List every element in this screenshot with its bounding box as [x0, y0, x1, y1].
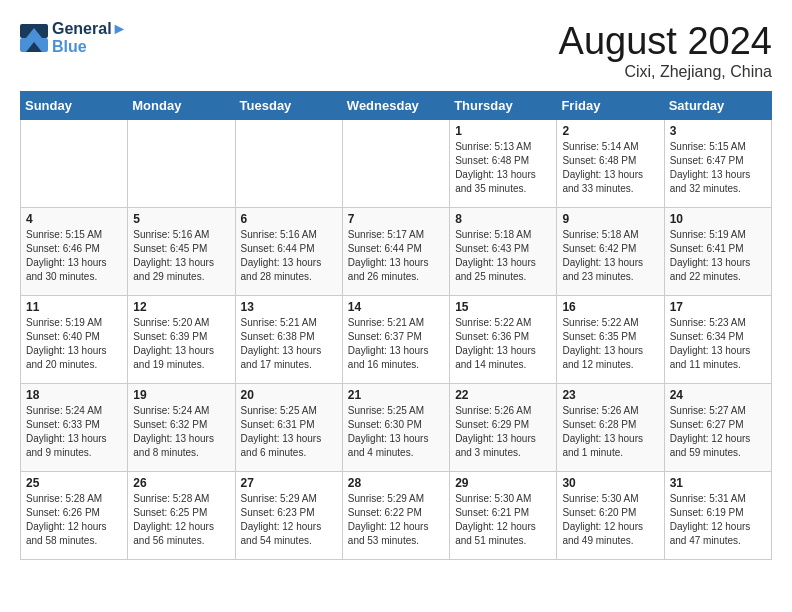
calendar-cell: 27Sunrise: 5:29 AM Sunset: 6:23 PM Dayli…	[235, 472, 342, 560]
day-number: 12	[133, 300, 229, 314]
day-number: 14	[348, 300, 444, 314]
logo-icon	[20, 24, 48, 52]
day-number: 26	[133, 476, 229, 490]
cell-daylight-text: Sunrise: 5:21 AM Sunset: 6:38 PM Dayligh…	[241, 316, 337, 372]
week-row-1: 1Sunrise: 5:13 AM Sunset: 6:48 PM Daylig…	[21, 120, 772, 208]
day-number: 19	[133, 388, 229, 402]
day-number: 20	[241, 388, 337, 402]
day-number: 8	[455, 212, 551, 226]
day-number: 25	[26, 476, 122, 490]
calendar-cell: 11Sunrise: 5:19 AM Sunset: 6:40 PM Dayli…	[21, 296, 128, 384]
calendar-cell: 14Sunrise: 5:21 AM Sunset: 6:37 PM Dayli…	[342, 296, 449, 384]
cell-daylight-text: Sunrise: 5:19 AM Sunset: 6:41 PM Dayligh…	[670, 228, 766, 284]
calendar-cell: 3Sunrise: 5:15 AM Sunset: 6:47 PM Daylig…	[664, 120, 771, 208]
title-block: August 2024 Cixi, Zhejiang, China	[559, 20, 772, 81]
day-number: 23	[562, 388, 658, 402]
day-number: 17	[670, 300, 766, 314]
day-number: 21	[348, 388, 444, 402]
day-number: 9	[562, 212, 658, 226]
day-number: 24	[670, 388, 766, 402]
weekday-header-friday: Friday	[557, 92, 664, 120]
cell-daylight-text: Sunrise: 5:20 AM Sunset: 6:39 PM Dayligh…	[133, 316, 229, 372]
day-number: 28	[348, 476, 444, 490]
day-number: 31	[670, 476, 766, 490]
day-number: 1	[455, 124, 551, 138]
calendar-cell: 25Sunrise: 5:28 AM Sunset: 6:26 PM Dayli…	[21, 472, 128, 560]
weekday-header-thursday: Thursday	[450, 92, 557, 120]
weekday-header-monday: Monday	[128, 92, 235, 120]
logo: General► Blue	[20, 20, 127, 56]
cell-daylight-text: Sunrise: 5:30 AM Sunset: 6:20 PM Dayligh…	[562, 492, 658, 548]
cell-daylight-text: Sunrise: 5:17 AM Sunset: 6:44 PM Dayligh…	[348, 228, 444, 284]
day-number: 30	[562, 476, 658, 490]
day-number: 2	[562, 124, 658, 138]
week-row-3: 11Sunrise: 5:19 AM Sunset: 6:40 PM Dayli…	[21, 296, 772, 384]
weekday-header-sunday: Sunday	[21, 92, 128, 120]
logo-text: General► Blue	[52, 20, 127, 56]
month-title: August 2024	[559, 20, 772, 63]
day-number: 29	[455, 476, 551, 490]
calendar-cell	[342, 120, 449, 208]
calendar-cell: 30Sunrise: 5:30 AM Sunset: 6:20 PM Dayli…	[557, 472, 664, 560]
cell-daylight-text: Sunrise: 5:27 AM Sunset: 6:27 PM Dayligh…	[670, 404, 766, 460]
day-number: 13	[241, 300, 337, 314]
calendar-table: SundayMondayTuesdayWednesdayThursdayFrid…	[20, 91, 772, 560]
cell-daylight-text: Sunrise: 5:22 AM Sunset: 6:36 PM Dayligh…	[455, 316, 551, 372]
cell-daylight-text: Sunrise: 5:25 AM Sunset: 6:31 PM Dayligh…	[241, 404, 337, 460]
weekday-header-wednesday: Wednesday	[342, 92, 449, 120]
cell-daylight-text: Sunrise: 5:25 AM Sunset: 6:30 PM Dayligh…	[348, 404, 444, 460]
cell-daylight-text: Sunrise: 5:21 AM Sunset: 6:37 PM Dayligh…	[348, 316, 444, 372]
calendar-cell	[21, 120, 128, 208]
day-number: 15	[455, 300, 551, 314]
calendar-cell: 6Sunrise: 5:16 AM Sunset: 6:44 PM Daylig…	[235, 208, 342, 296]
cell-daylight-text: Sunrise: 5:15 AM Sunset: 6:46 PM Dayligh…	[26, 228, 122, 284]
calendar-cell: 15Sunrise: 5:22 AM Sunset: 6:36 PM Dayli…	[450, 296, 557, 384]
calendar-cell: 21Sunrise: 5:25 AM Sunset: 6:30 PM Dayli…	[342, 384, 449, 472]
weekday-header-saturday: Saturday	[664, 92, 771, 120]
week-row-5: 25Sunrise: 5:28 AM Sunset: 6:26 PM Dayli…	[21, 472, 772, 560]
weekday-header-row: SundayMondayTuesdayWednesdayThursdayFrid…	[21, 92, 772, 120]
calendar-cell: 12Sunrise: 5:20 AM Sunset: 6:39 PM Dayli…	[128, 296, 235, 384]
location: Cixi, Zhejiang, China	[559, 63, 772, 81]
cell-daylight-text: Sunrise: 5:23 AM Sunset: 6:34 PM Dayligh…	[670, 316, 766, 372]
calendar-cell: 1Sunrise: 5:13 AM Sunset: 6:48 PM Daylig…	[450, 120, 557, 208]
page-header: General► Blue August 2024 Cixi, Zhejiang…	[20, 20, 772, 81]
calendar-cell: 5Sunrise: 5:16 AM Sunset: 6:45 PM Daylig…	[128, 208, 235, 296]
calendar-cell: 10Sunrise: 5:19 AM Sunset: 6:41 PM Dayli…	[664, 208, 771, 296]
calendar-cell: 28Sunrise: 5:29 AM Sunset: 6:22 PM Dayli…	[342, 472, 449, 560]
day-number: 27	[241, 476, 337, 490]
calendar-cell: 29Sunrise: 5:30 AM Sunset: 6:21 PM Dayli…	[450, 472, 557, 560]
cell-daylight-text: Sunrise: 5:22 AM Sunset: 6:35 PM Dayligh…	[562, 316, 658, 372]
day-number: 16	[562, 300, 658, 314]
calendar-cell: 20Sunrise: 5:25 AM Sunset: 6:31 PM Dayli…	[235, 384, 342, 472]
cell-daylight-text: Sunrise: 5:15 AM Sunset: 6:47 PM Dayligh…	[670, 140, 766, 196]
calendar-cell	[235, 120, 342, 208]
calendar-cell: 7Sunrise: 5:17 AM Sunset: 6:44 PM Daylig…	[342, 208, 449, 296]
calendar-cell: 24Sunrise: 5:27 AM Sunset: 6:27 PM Dayli…	[664, 384, 771, 472]
cell-daylight-text: Sunrise: 5:28 AM Sunset: 6:26 PM Dayligh…	[26, 492, 122, 548]
cell-daylight-text: Sunrise: 5:29 AM Sunset: 6:23 PM Dayligh…	[241, 492, 337, 548]
day-number: 7	[348, 212, 444, 226]
cell-daylight-text: Sunrise: 5:29 AM Sunset: 6:22 PM Dayligh…	[348, 492, 444, 548]
day-number: 18	[26, 388, 122, 402]
cell-daylight-text: Sunrise: 5:28 AM Sunset: 6:25 PM Dayligh…	[133, 492, 229, 548]
cell-daylight-text: Sunrise: 5:30 AM Sunset: 6:21 PM Dayligh…	[455, 492, 551, 548]
week-row-4: 18Sunrise: 5:24 AM Sunset: 6:33 PM Dayli…	[21, 384, 772, 472]
calendar-cell: 16Sunrise: 5:22 AM Sunset: 6:35 PM Dayli…	[557, 296, 664, 384]
cell-daylight-text: Sunrise: 5:13 AM Sunset: 6:48 PM Dayligh…	[455, 140, 551, 196]
cell-daylight-text: Sunrise: 5:26 AM Sunset: 6:28 PM Dayligh…	[562, 404, 658, 460]
day-number: 22	[455, 388, 551, 402]
calendar-cell: 9Sunrise: 5:18 AM Sunset: 6:42 PM Daylig…	[557, 208, 664, 296]
cell-daylight-text: Sunrise: 5:16 AM Sunset: 6:44 PM Dayligh…	[241, 228, 337, 284]
day-number: 11	[26, 300, 122, 314]
cell-daylight-text: Sunrise: 5:18 AM Sunset: 6:42 PM Dayligh…	[562, 228, 658, 284]
cell-daylight-text: Sunrise: 5:24 AM Sunset: 6:33 PM Dayligh…	[26, 404, 122, 460]
day-number: 6	[241, 212, 337, 226]
cell-daylight-text: Sunrise: 5:24 AM Sunset: 6:32 PM Dayligh…	[133, 404, 229, 460]
calendar-cell: 22Sunrise: 5:26 AM Sunset: 6:29 PM Dayli…	[450, 384, 557, 472]
weekday-header-tuesday: Tuesday	[235, 92, 342, 120]
calendar-cell	[128, 120, 235, 208]
day-number: 4	[26, 212, 122, 226]
calendar-cell: 17Sunrise: 5:23 AM Sunset: 6:34 PM Dayli…	[664, 296, 771, 384]
calendar-cell: 2Sunrise: 5:14 AM Sunset: 6:48 PM Daylig…	[557, 120, 664, 208]
